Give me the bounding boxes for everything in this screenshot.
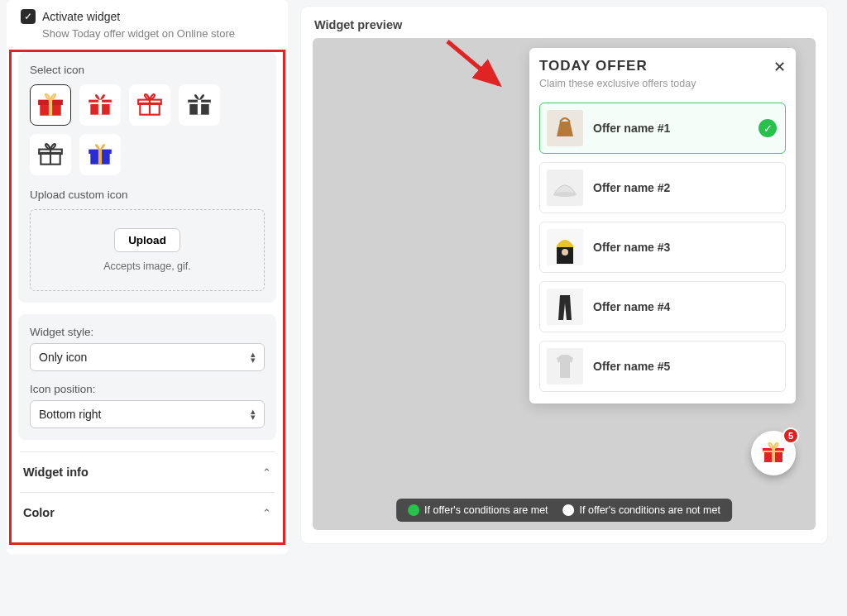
icon-option-5[interactable] bbox=[30, 134, 71, 175]
product-image-cap-icon bbox=[547, 170, 583, 206]
icon-position-select[interactable]: Bottom right ▴▾ bbox=[30, 400, 265, 428]
accordion-widget-info[interactable]: Widget info ⌃ bbox=[20, 451, 275, 492]
offer-thumbnail bbox=[547, 229, 583, 265]
preview-heading: Widget preview bbox=[313, 18, 816, 31]
activate-widget-label: Activate widget bbox=[42, 10, 120, 23]
widget-style-select[interactable]: Only icon ▴▾ bbox=[30, 343, 265, 371]
offer-thumbnail bbox=[547, 348, 583, 384]
offer-thumbnail bbox=[547, 289, 583, 325]
icon-option-1[interactable] bbox=[30, 84, 71, 126]
settings-panel: ✓ Activate widget Show Today offer widge… bbox=[7, 0, 288, 554]
icon-option-2[interactable] bbox=[79, 84, 121, 126]
offer-item-label: Offer name #1 bbox=[593, 122, 749, 135]
select-arrows-icon: ▴▾ bbox=[251, 408, 256, 420]
offer-modal-title: TODAY OFFER bbox=[539, 58, 648, 74]
gift-flat-red-icon bbox=[760, 440, 787, 466]
svg-rect-13 bbox=[188, 103, 211, 104]
widget-style-panel: Widget style: Only icon ▴▾ Icon position… bbox=[18, 314, 276, 440]
svg-rect-32 bbox=[763, 451, 784, 452]
accordion-color[interactable]: Color ⌃ bbox=[20, 492, 275, 532]
product-image-tshirt-icon bbox=[547, 348, 583, 384]
select-icon-panel: Select icon bbox=[18, 52, 276, 303]
offer-modal: TODAY OFFER ✕ Claim these exclusive offe… bbox=[529, 48, 796, 404]
offer-count-badge: 5 bbox=[782, 427, 799, 444]
icon-options-grid bbox=[30, 84, 265, 175]
legend-not-met: If offer's conditions are not met bbox=[563, 504, 720, 516]
highlighted-settings-area: Select icon bbox=[9, 50, 285, 545]
offer-item-label: Offer name #5 bbox=[593, 360, 777, 373]
annotation-arrow-icon bbox=[441, 35, 515, 109]
offer-item[interactable]: Offer name #5 bbox=[539, 341, 786, 392]
icon-option-4[interactable] bbox=[179, 84, 220, 126]
svg-rect-27 bbox=[547, 289, 583, 325]
legend-met-label: If offer's conditions are met bbox=[424, 504, 548, 516]
widget-style-label: Widget style: bbox=[30, 326, 265, 338]
gift-solid-blue-icon bbox=[86, 141, 114, 169]
offer-thumbnail bbox=[547, 170, 583, 206]
chevron-up-icon: ⌃ bbox=[262, 507, 271, 519]
accordion-color-title: Color bbox=[23, 506, 55, 519]
offer-item[interactable]: Offer name #3 bbox=[539, 222, 786, 273]
conditions-legend: If offer's conditions are met If offer's… bbox=[396, 499, 732, 522]
svg-rect-6 bbox=[89, 103, 112, 104]
upload-custom-icon-label: Upload custom icon bbox=[30, 189, 265, 201]
offer-item[interactable]: Offer name #2 bbox=[539, 162, 786, 213]
white-dot-icon bbox=[563, 504, 575, 516]
floating-widget-button[interactable]: 5 bbox=[751, 431, 796, 475]
close-icon[interactable]: ✕ bbox=[773, 58, 786, 76]
offer-modal-subtitle: Claim these exclusive offers today bbox=[539, 78, 786, 89]
product-image-beanie-icon bbox=[547, 229, 583, 265]
green-dot-icon bbox=[408, 504, 419, 516]
offer-thumbnail bbox=[547, 110, 583, 146]
preview-card: Widget preview TODAY OFFER ✕ Claim these… bbox=[301, 7, 827, 543]
checkbox-checked-icon[interactable]: ✓ bbox=[21, 9, 36, 24]
widget-style-value: Only icon bbox=[39, 351, 87, 364]
svg-rect-5 bbox=[98, 100, 102, 115]
preview-stage: TODAY OFFER ✕ Claim these exclusive offe… bbox=[313, 38, 816, 530]
offer-item[interactable]: Offer name #1 ✓ bbox=[539, 103, 786, 154]
product-image-pants-icon bbox=[547, 289, 583, 325]
activate-widget-description: Show Today offer widget on Online store bbox=[9, 24, 285, 50]
gift-outline-red-icon bbox=[136, 91, 164, 119]
check-circle-icon: ✓ bbox=[758, 119, 777, 137]
select-arrows-icon: ▴▾ bbox=[251, 351, 256, 363]
svg-point-23 bbox=[553, 192, 577, 197]
svg-line-20 bbox=[447, 41, 499, 84]
upload-help-text: Accepts image, gif. bbox=[39, 260, 256, 272]
svg-rect-12 bbox=[198, 100, 201, 115]
icon-position-value: Bottom right bbox=[39, 408, 101, 421]
legend-met: If offer's conditions are met bbox=[408, 504, 548, 516]
gift-solid-red-icon bbox=[86, 91, 114, 119]
accordion-widget-info-title: Widget info bbox=[23, 466, 89, 479]
chevron-up-icon: ⌃ bbox=[262, 466, 271, 479]
offer-item-label: Offer name #4 bbox=[593, 300, 777, 313]
gift-flat-red-icon bbox=[36, 91, 65, 119]
icon-position-label: Icon position: bbox=[30, 383, 265, 395]
upload-button[interactable]: Upload bbox=[114, 228, 180, 252]
legend-not-met-label: If offer's conditions are not met bbox=[580, 504, 720, 516]
svg-rect-19 bbox=[98, 150, 102, 165]
activate-widget-row[interactable]: ✓ Activate widget bbox=[9, 2, 285, 24]
offer-item-label: Offer name #3 bbox=[593, 241, 777, 254]
icon-option-6[interactable] bbox=[79, 134, 121, 175]
offer-item[interactable]: Offer name #4 bbox=[539, 281, 786, 332]
offer-item-label: Offer name #2 bbox=[593, 181, 777, 194]
product-image-bag-icon bbox=[547, 110, 583, 146]
icon-option-3[interactable] bbox=[129, 84, 170, 126]
svg-rect-31 bbox=[772, 448, 775, 462]
upload-dropzone[interactable]: Upload Accepts image, gif. bbox=[30, 209, 265, 291]
svg-point-26 bbox=[562, 249, 568, 255]
gift-outline-dark-icon bbox=[36, 141, 65, 169]
gift-solid-dark-icon bbox=[185, 91, 213, 119]
select-icon-label: Select icon bbox=[30, 64, 265, 76]
preview-column: Widget preview TODAY OFFER ✕ Claim these… bbox=[301, 0, 840, 554]
svg-rect-2 bbox=[49, 100, 52, 116]
